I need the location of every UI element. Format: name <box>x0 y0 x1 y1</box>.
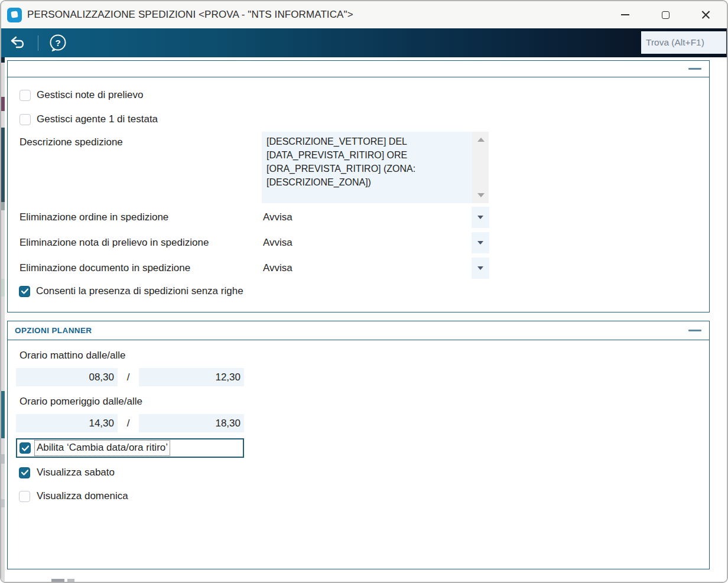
svg-text:?: ? <box>55 38 60 48</box>
field-label: Descrizione spedizione <box>20 132 262 148</box>
checkbox-gestisci-note[interactable] <box>20 90 31 101</box>
row-senza-righe: Consenti la presenza di spedizioni senza… <box>19 285 709 297</box>
minimize-icon <box>621 14 629 15</box>
pomeriggio-dalle-input[interactable]: 14,30 <box>16 414 118 432</box>
row-eliminazione-nota: Eliminazione nota di prelievo in spedizi… <box>20 232 709 253</box>
section-spedizioni-header <box>8 61 709 77</box>
undo-arrow-icon <box>9 35 27 51</box>
textarea-scrollbar[interactable] <box>472 132 489 203</box>
row-descrizione-spedizione: Descrizione spedizione [DESCRIZIONE_VETT… <box>20 132 709 203</box>
checkbox-label: Visualizza sabato <box>37 467 115 478</box>
checkbox-visualizza-sabato[interactable] <box>19 467 30 478</box>
maximize-icon <box>662 11 670 19</box>
row-orario-mattino: 08,30 / 12,30 <box>16 368 709 386</box>
background-artifact <box>51 579 64 582</box>
eliminazione-documento-dropdown-button[interactable] <box>472 258 489 279</box>
content-area: Gestisci note di prelievo Gestisci agent… <box>1 57 727 582</box>
section-spedizioni: Gestisci note di prelievo Gestisci agent… <box>7 60 710 312</box>
checkbox-label: Visualizza domenica <box>37 490 128 502</box>
field-label: Eliminazione ordine in spedizione <box>20 211 262 223</box>
app-logo-icon <box>7 8 22 22</box>
help-button[interactable]: ? <box>44 28 72 57</box>
maximize-button[interactable] <box>652 1 678 28</box>
checkbox-visualizza-domenica[interactable] <box>19 491 30 502</box>
checkbox-abilita-cambia-data[interactable] <box>20 442 31 454</box>
check-icon <box>22 445 29 451</box>
section-title: OPZIONI PLANNER <box>15 326 92 335</box>
titlebar: PERSONALIZZAZIONE SPEDIZIONI <PROVA - "N… <box>1 1 727 28</box>
checkbox-senza-righe[interactable] <box>19 286 30 297</box>
time-separator: / <box>118 418 139 429</box>
close-icon <box>701 11 710 19</box>
field-label: Eliminazione documento in spedizione <box>20 262 262 274</box>
collapse-icon <box>688 68 701 70</box>
orario-mattino-label: Orario mattino dalle/alle <box>20 350 709 361</box>
window-title: PERSONALIZZAZIONE SPEDIZIONI <PROVA - "N… <box>27 9 353 21</box>
checkbox-label: Consenti la presenza di spedizioni senza… <box>36 285 243 297</box>
minimize-button[interactable] <box>612 1 638 28</box>
checkbox-label: Abilita ‘Cambia data/ora ritiro’ <box>35 441 170 455</box>
row-visualizza-domenica: Visualizza domenica <box>19 490 709 502</box>
help-icon: ? <box>48 34 67 53</box>
close-button[interactable] <box>693 1 719 28</box>
field-label: Eliminazione nota di prelievo in spedizi… <box>20 237 262 249</box>
check-icon <box>21 470 28 475</box>
row-gestisci-agente: Gestisci agente 1 di testata <box>20 113 709 125</box>
eliminazione-nota-dropdown-button[interactable] <box>472 232 489 253</box>
scroll-down-icon <box>477 193 485 197</box>
mattino-alle-input[interactable]: 12,30 <box>139 368 244 386</box>
time-separator: / <box>118 372 139 383</box>
toolbar-separator <box>38 35 38 51</box>
orario-pomeriggio-label: Orario pomeriggio dalle/alle <box>20 396 709 408</box>
collapse-section-button[interactable] <box>688 64 702 74</box>
eliminazione-nota-value[interactable]: Avvisa <box>262 237 472 249</box>
checkbox-label: Gestisci note di prelievo <box>37 89 143 101</box>
background-artifact <box>67 579 74 582</box>
eliminazione-ordine-dropdown-button[interactable] <box>472 207 489 228</box>
section-opzioni-planner: OPZIONI PLANNER Orario mattino dalle/all… <box>7 321 710 569</box>
window-controls <box>612 1 727 28</box>
section-planner-header: OPZIONI PLANNER <box>8 321 709 340</box>
pomeriggio-alle-input[interactable]: 18,30 <box>139 414 244 432</box>
background-artifact-strip <box>1 57 5 582</box>
collapse-section-button[interactable] <box>688 326 702 336</box>
eliminazione-ordine-value[interactable]: Avvisa <box>262 211 472 223</box>
app-window: PERSONALIZZAZIONE SPEDIZIONI <PROVA - "N… <box>0 0 728 583</box>
row-orario-pomeriggio: 14,30 / 18,30 <box>16 414 709 432</box>
row-gestisci-note: Gestisci note di prelievo <box>20 89 709 101</box>
collapse-icon <box>688 330 701 331</box>
row-eliminazione-documento: Eliminazione documento in spedizione Avv… <box>20 258 709 279</box>
chevron-down-icon <box>477 266 483 270</box>
scroll-up-icon <box>477 138 485 142</box>
check-icon <box>21 288 28 294</box>
chevron-down-icon <box>477 216 483 219</box>
eliminazione-documento-value[interactable]: Avvisa <box>262 262 472 274</box>
find-input[interactable] <box>641 31 726 54</box>
row-eliminazione-ordine: Eliminazione ordine in spedizione Avvisa <box>20 207 709 228</box>
descrizione-spedizione-textarea[interactable]: [DESCRIZIONE_VETTORE] DEL [DATA_PREVISTA… <box>262 132 472 203</box>
mattino-dalle-input[interactable]: 08,30 <box>16 368 118 386</box>
chevron-down-icon <box>477 241 483 245</box>
checkbox-gestisci-agente[interactable] <box>20 114 31 125</box>
checkbox-label: Gestisci agente 1 di testata <box>37 113 158 125</box>
back-button[interactable] <box>1 28 34 57</box>
row-visualizza-sabato: Visualizza sabato <box>19 467 709 478</box>
toolbar-ribbon: ? <box>1 28 727 57</box>
row-abilita-cambia-data: Abilita ‘Cambia data/ora ritiro’ <box>16 438 244 458</box>
